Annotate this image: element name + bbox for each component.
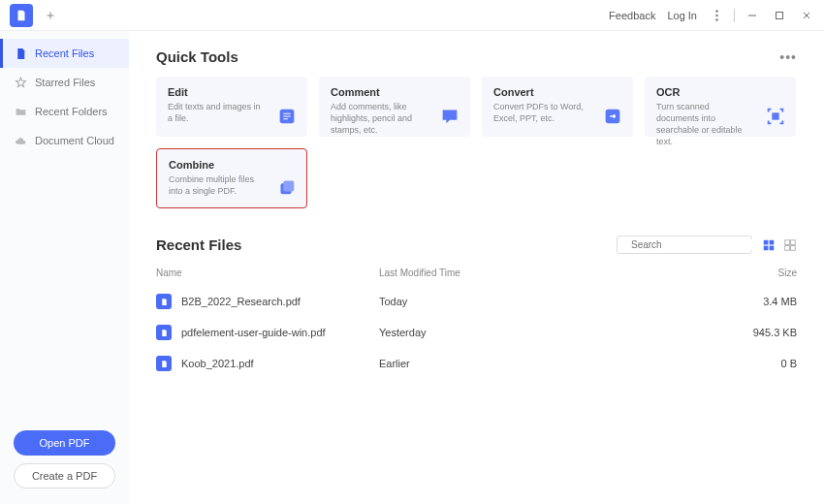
comment-icon: [439, 106, 460, 127]
sidebar: Recent Files Starred Files Recent Folder…: [0, 31, 129, 504]
pdf-file-icon: [156, 356, 172, 371]
svg-rect-12: [764, 245, 769, 250]
col-name: Name: [156, 268, 379, 278]
svg-rect-14: [785, 239, 790, 244]
sidebar-item-document-cloud[interactable]: Document Cloud: [0, 126, 129, 155]
tool-desc: Turn scanned documents into searchable o…: [656, 101, 753, 148]
pdf-file-icon: [156, 325, 172, 340]
divider: [734, 9, 735, 22]
table-row[interactable]: Koob_2021.pdf Earlier 0 B: [156, 348, 797, 379]
sidebar-item-label: Recent Files: [35, 47, 94, 59]
minimize-button[interactable]: [739, 4, 766, 27]
svg-rect-17: [791, 245, 796, 250]
ocr-icon: [765, 106, 786, 127]
tool-desc: Convert PDFs to Word, Excel, PPT, etc.: [493, 101, 590, 124]
sidebar-item-recent-folders[interactable]: Recent Folders: [0, 97, 129, 126]
more-icon[interactable]: •••: [779, 49, 797, 65]
pdf-file-icon: [156, 294, 172, 309]
combine-icon: [275, 176, 297, 198]
file-size: 0 B: [729, 358, 797, 369]
sidebar-item-recent-files[interactable]: Recent Files: [0, 39, 129, 68]
login-link[interactable]: Log In: [667, 10, 697, 21]
recent-files-title: Recent Files: [156, 236, 241, 253]
svg-point-0: [715, 10, 717, 12]
sidebar-item-label: Document Cloud: [35, 135, 114, 146]
create-pdf-button[interactable]: Create a PDF: [14, 463, 115, 488]
folder-icon: [14, 105, 27, 118]
feedback-link[interactable]: Feedback: [609, 10, 655, 21]
file-modified: Earlier: [379, 358, 729, 369]
star-icon: [14, 76, 27, 89]
file-name: B2B_2022_Research.pdf: [181, 296, 301, 307]
tool-title: Convert: [493, 86, 621, 98]
tool-card-combine[interactable]: Combine Combine multiple files into a si…: [156, 148, 307, 208]
tool-grid: Edit Edit texts and images in a file. Co…: [156, 77, 797, 208]
col-size: Size: [729, 268, 797, 278]
tool-title: Edit: [168, 86, 296, 98]
maximize-button[interactable]: [766, 4, 793, 27]
list-view-button[interactable]: [762, 238, 776, 252]
tool-title: OCR: [656, 86, 784, 98]
svg-point-1: [715, 14, 717, 16]
svg-rect-16: [785, 245, 790, 250]
svg-rect-8: [283, 181, 294, 192]
file-icon: [14, 47, 27, 60]
tool-card-comment[interactable]: Comment Add comments, like highlights, p…: [319, 77, 470, 137]
tool-card-edit[interactable]: Edit Edit texts and images in a file.: [156, 77, 307, 137]
grid-view-button[interactable]: [783, 238, 797, 252]
kebab-menu-icon[interactable]: [703, 4, 730, 27]
file-name: pdfelement-user-guide-win.pdf: [181, 327, 326, 338]
close-button[interactable]: [793, 4, 820, 27]
tool-title: Comment: [331, 86, 459, 98]
tool-desc: Edit texts and images in a file.: [168, 101, 265, 124]
tool-title: Combine: [169, 159, 295, 171]
sidebar-item-label: Recent Folders: [35, 106, 108, 117]
cloud-icon: [14, 134, 27, 147]
svg-rect-10: [764, 239, 769, 244]
main-content: Quick Tools ••• Edit Edit texts and imag…: [129, 31, 824, 504]
svg-rect-15: [791, 239, 796, 244]
titlebar: Feedback Log In: [0, 0, 824, 31]
svg-rect-13: [770, 245, 775, 250]
file-modified: Today: [379, 296, 729, 307]
open-pdf-button[interactable]: Open PDF: [14, 430, 115, 456]
new-tab-button[interactable]: [39, 4, 62, 27]
sidebar-item-label: Starred Files: [35, 77, 95, 88]
file-table: Name Last Modified Time Size B2B_2022_Re…: [156, 264, 797, 379]
file-size: 945.3 KB: [729, 327, 797, 338]
search-input[interactable]: [631, 239, 754, 250]
svg-rect-3: [776, 12, 783, 18]
convert-icon: [602, 106, 623, 127]
svg-rect-11: [770, 239, 775, 244]
tool-desc: Add comments, like highlights, pencil an…: [331, 101, 428, 136]
tool-card-ocr[interactable]: OCR Turn scanned documents into searchab…: [645, 77, 796, 137]
file-name: Koob_2021.pdf: [181, 358, 254, 369]
file-size: 3.4 MB: [729, 296, 797, 307]
table-row[interactable]: B2B_2022_Research.pdf Today 3.4 MB: [156, 286, 797, 317]
sidebar-item-starred-files[interactable]: Starred Files: [0, 68, 129, 97]
table-header: Name Last Modified Time Size: [156, 264, 797, 286]
search-box[interactable]: [617, 236, 752, 254]
col-modified: Last Modified Time: [379, 268, 729, 278]
quick-tools-title: Quick Tools: [156, 48, 238, 65]
svg-rect-6: [772, 112, 778, 119]
table-row[interactable]: pdfelement-user-guide-win.pdf Yesterday …: [156, 317, 797, 348]
tool-desc: Combine multiple files into a single PDF…: [169, 173, 266, 197]
edit-icon: [276, 106, 298, 127]
file-modified: Yesterday: [379, 327, 729, 338]
tool-card-convert[interactable]: Convert Convert PDFs to Word, Excel, PPT…: [482, 77, 633, 137]
svg-point-2: [715, 18, 717, 20]
app-logo-icon: [10, 4, 33, 27]
